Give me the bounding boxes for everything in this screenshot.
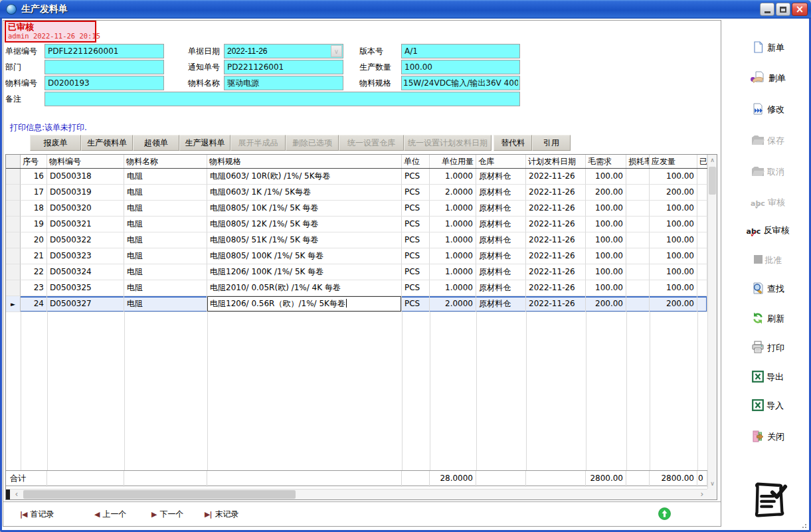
table-row[interactable]: 19D0500321电阻电阻0805/ 12K /1%/ 5K 每卷PCS1.0…	[6, 217, 707, 232]
cell-unit[interactable]: PCS	[402, 296, 430, 312]
doc-date-input[interactable]	[225, 44, 329, 58]
cell-gross[interactable]: 100.00	[586, 232, 626, 248]
grid-hscrollbar[interactable]: ‹ ›	[6, 489, 707, 499]
cell-due[interactable]: 100.00	[650, 232, 697, 248]
column-header-10[interactable]: 应发量	[650, 155, 697, 168]
cell-warehouse[interactable]: 原材料仓	[476, 201, 526, 217]
material-no-input[interactable]	[45, 76, 164, 90]
cell-warehouse[interactable]: 原材料仓	[476, 217, 526, 232]
cell-name[interactable]: 电阻	[124, 280, 207, 296]
cell-due[interactable]: 100.00	[650, 280, 697, 296]
grid-vscrollbar[interactable]: ∧ ∨	[707, 155, 717, 489]
cell-code[interactable]: D0500320	[47, 201, 124, 217]
cell-due[interactable]: 100.00	[650, 248, 697, 264]
table-row[interactable]: 16D0500318电阻电阻0603/ 10R(欧) /1%/ 5K每卷PCS1…	[6, 169, 707, 185]
column-header-3[interactable]: 物料规格	[207, 155, 402, 168]
cell-issued[interactable]	[697, 169, 707, 185]
sidebar-button-12[interactable]: 导入	[728, 397, 808, 415]
cell-warehouse[interactable]: 原材料仓	[476, 264, 526, 280]
cell-name[interactable]: 电阻	[124, 201, 207, 217]
cell-name[interactable]: 电阻	[124, 169, 207, 185]
cell-date[interactable]: 2022-11-26	[526, 217, 586, 232]
cell-date[interactable]: 2022-11-26	[526, 185, 586, 201]
cell-usage[interactable]: 1.0000	[430, 201, 476, 217]
cell-usage[interactable]: 1.0000	[430, 248, 476, 264]
action-button-0[interactable]: 报废单	[30, 135, 81, 151]
cell-name[interactable]: 电阻	[124, 264, 207, 280]
minimize-button[interactable]	[760, 3, 774, 16]
cell-warehouse[interactable]: 原材料仓	[476, 280, 526, 296]
column-header-9[interactable]: 损耗率	[626, 155, 650, 168]
nav-next-button[interactable]: ▶下一个	[151, 507, 183, 521]
cell-code[interactable]: D0500321	[47, 217, 124, 232]
cell-issued[interactable]	[697, 201, 707, 217]
cell-seq[interactable]: 21	[21, 248, 47, 264]
cell-unit[interactable]: PCS	[402, 169, 430, 185]
cell-due[interactable]: 200.00	[650, 185, 697, 201]
cell-unit[interactable]: PCS	[402, 264, 430, 280]
cell-issued[interactable]	[697, 264, 707, 280]
table-row[interactable]: 22D0500324电阻电阻1206/ 100K /1%/ 5K 每卷PCS1.…	[6, 264, 707, 280]
table-row[interactable]: 17D0500319电阻电阻0603/ 1K /1%/ 5K每卷PCS2.000…	[6, 185, 707, 201]
close-button[interactable]: ×	[792, 3, 808, 16]
cell-seq[interactable]: 23	[21, 280, 47, 296]
cell-code[interactable]: D0500318	[47, 169, 124, 185]
table-row[interactable]: 20D0500322电阻电阻0805/ 51K /1%/ 5K 每卷PCS1.0…	[6, 232, 707, 248]
column-header-1[interactable]: 物料编号	[47, 155, 124, 168]
cell-warehouse[interactable]: 原材料仓	[476, 248, 526, 264]
cell-issued[interactable]	[697, 280, 707, 296]
table-row[interactable]: 23D0500325电阻电阻2010/ 0.05R(欧) /1%/ 4K 每卷P…	[6, 280, 707, 296]
cell-issued[interactable]	[697, 185, 707, 201]
nav-last-button[interactable]: ▶|末记录	[205, 507, 238, 521]
cell-spec[interactable]: 电阻0805/ 10K /1%/ 5K 每卷	[207, 201, 402, 217]
cell-due[interactable]: 200.00	[650, 296, 697, 312]
chevron-down-icon[interactable]: ∨	[331, 45, 342, 57]
action-button-3[interactable]: 生产退料单	[179, 135, 230, 151]
cell-usage[interactable]: 2.0000	[430, 185, 476, 201]
cell-seq[interactable]: 19	[21, 217, 47, 232]
action-button-9[interactable]: 引用	[532, 135, 571, 151]
cell-unit[interactable]: PCS	[402, 185, 430, 201]
cell-date[interactable]: 2022-11-26	[526, 232, 586, 248]
cell-seq[interactable]: 17	[21, 185, 47, 201]
cell-loss[interactable]	[626, 280, 650, 296]
cell-warehouse[interactable]: 原材料仓	[476, 232, 526, 248]
cell-date[interactable]: 2022-11-26	[526, 264, 586, 280]
cell-date[interactable]: 2022-11-26	[526, 169, 586, 185]
cell-loss[interactable]	[626, 217, 650, 232]
cell-loss[interactable]	[626, 264, 650, 280]
cell-usage[interactable]: 1.0000	[430, 280, 476, 296]
scroll-left-icon[interactable]: ‹	[11, 489, 22, 499]
column-header-4[interactable]: 单位	[402, 155, 430, 168]
cell-gross[interactable]: 100.00	[586, 280, 626, 296]
column-header-6[interactable]: 仓库	[476, 155, 526, 168]
cell-date[interactable]: 2022-11-26	[526, 201, 586, 217]
cell-loss[interactable]	[626, 248, 650, 264]
cell-date[interactable]: 2022-11-26	[526, 296, 586, 312]
cell-unit[interactable]: PCS	[402, 217, 430, 232]
cell-warehouse[interactable]: 原材料仓	[476, 185, 526, 201]
cell-spec[interactable]: 电阻0805/ 51K /1%/ 5K 每卷	[207, 232, 402, 248]
cell-code[interactable]: D0500323	[47, 248, 124, 264]
cell-name[interactable]: 电阻	[124, 232, 207, 248]
cell-usage[interactable]: 2.0000	[430, 296, 476, 312]
cell-name[interactable]: 电阻	[124, 296, 207, 312]
cell-loss[interactable]	[626, 169, 650, 185]
cell-usage[interactable]: 1.0000	[430, 232, 476, 248]
action-button-8[interactable]: 替代料	[494, 135, 532, 151]
nav-first-button[interactable]: |◀首记录	[20, 507, 54, 521]
cell-due[interactable]: 100.00	[650, 169, 697, 185]
scroll-up-icon[interactable]: ∧	[708, 155, 717, 165]
table-row[interactable]: 21D0500323电阻电阻0805/ 100K /1%/ 5K 每卷PCS1.…	[6, 248, 707, 264]
action-button-2[interactable]: 超领单	[133, 135, 179, 151]
cell-issued[interactable]	[697, 296, 707, 312]
cell-spec[interactable]: 电阻0603/ 10R(欧) /1%/ 5K每卷	[207, 169, 402, 185]
cell-issued[interactable]	[697, 248, 707, 264]
material-spec-input[interactable]	[401, 76, 520, 90]
sidebar-button-2[interactable]: 修改	[728, 100, 808, 119]
cell-unit[interactable]: PCS	[402, 201, 430, 217]
cell-warehouse[interactable]: 原材料仓	[476, 296, 526, 312]
cell-usage[interactable]: 1.0000	[430, 217, 476, 232]
column-header-0[interactable]: 序号	[21, 155, 47, 168]
doc-no-input[interactable]	[45, 44, 164, 58]
